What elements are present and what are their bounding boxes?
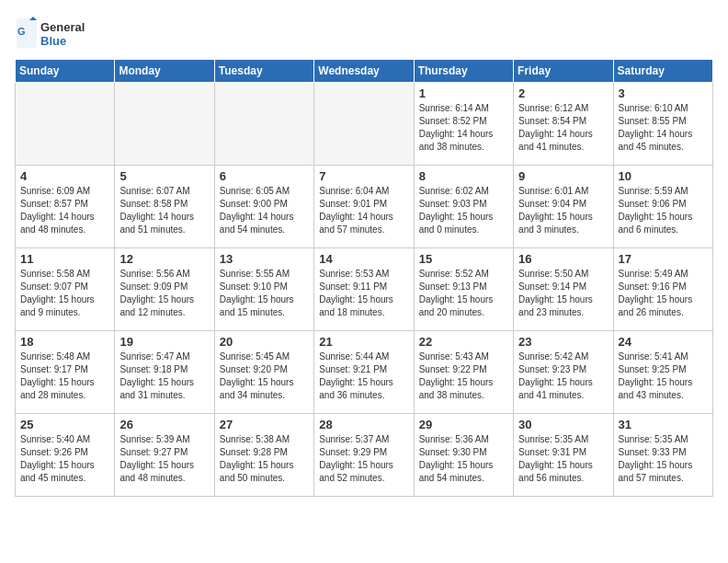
day-number: 13 bbox=[220, 252, 309, 266]
day-info: Sunrise: 6:05 AM Sunset: 9:00 PM Dayligh… bbox=[220, 185, 309, 236]
calendar-cell: 7Sunrise: 6:04 AM Sunset: 9:01 PM Daylig… bbox=[314, 166, 414, 248]
day-info: Sunrise: 5:55 AM Sunset: 9:10 PM Dayligh… bbox=[220, 268, 309, 319]
calendar-cell: 13Sunrise: 5:55 AM Sunset: 9:10 PM Dayli… bbox=[214, 248, 313, 331]
calendar-cell bbox=[214, 83, 313, 166]
day-info: Sunrise: 5:37 AM Sunset: 9:29 PM Dayligh… bbox=[319, 433, 408, 485]
day-number: 15 bbox=[419, 252, 508, 266]
day-number: 9 bbox=[518, 169, 608, 183]
col-header-saturday: Saturday bbox=[613, 60, 712, 83]
calendar-cell: 14Sunrise: 5:53 AM Sunset: 9:11 PM Dayli… bbox=[314, 248, 414, 331]
calendar-cell bbox=[115, 83, 214, 166]
day-number: 30 bbox=[518, 418, 608, 431]
day-number: 29 bbox=[419, 418, 508, 431]
calendar-cell: 12Sunrise: 5:56 AM Sunset: 9:09 PM Dayli… bbox=[115, 248, 214, 331]
calendar-cell: 5Sunrise: 6:07 AM Sunset: 8:58 PM Daylig… bbox=[115, 166, 214, 248]
day-info: Sunrise: 5:35 AM Sunset: 9:33 PM Dayligh… bbox=[619, 433, 708, 485]
day-info: Sunrise: 6:12 AM Sunset: 8:54 PM Dayligh… bbox=[518, 102, 608, 154]
calendar-cell: 29Sunrise: 5:36 AM Sunset: 9:30 PM Dayli… bbox=[414, 414, 513, 497]
calendar-cell: 21Sunrise: 5:44 AM Sunset: 9:21 PM Dayli… bbox=[314, 331, 414, 414]
day-number: 26 bbox=[119, 418, 209, 431]
day-number: 22 bbox=[419, 335, 508, 349]
col-header-thursday: Thursday bbox=[414, 60, 513, 83]
col-header-friday: Friday bbox=[514, 60, 613, 83]
day-number: 5 bbox=[119, 169, 209, 183]
calendar-cell: 31Sunrise: 5:35 AM Sunset: 9:33 PM Dayli… bbox=[613, 414, 712, 497]
day-info: Sunrise: 5:42 AM Sunset: 9:23 PM Dayligh… bbox=[518, 350, 608, 402]
calendar-cell: 11Sunrise: 5:58 AM Sunset: 9:07 PM Dayli… bbox=[16, 248, 115, 331]
calendar-cell: 3Sunrise: 6:10 AM Sunset: 8:55 PM Daylig… bbox=[613, 83, 712, 166]
day-number: 27 bbox=[220, 418, 309, 431]
calendar-cell: 2Sunrise: 6:12 AM Sunset: 8:54 PM Daylig… bbox=[514, 83, 613, 166]
day-info: Sunrise: 5:47 AM Sunset: 9:18 PM Dayligh… bbox=[119, 350, 209, 402]
day-number: 23 bbox=[518, 335, 608, 349]
calendar-cell: 27Sunrise: 5:38 AM Sunset: 9:28 PM Dayli… bbox=[214, 414, 313, 497]
week-row-3: 18Sunrise: 5:48 AM Sunset: 9:17 PM Dayli… bbox=[16, 331, 713, 414]
day-number: 2 bbox=[518, 86, 608, 100]
calendar-body: 1Sunrise: 6:14 AM Sunset: 8:52 PM Daylig… bbox=[16, 83, 713, 497]
day-info: Sunrise: 5:35 AM Sunset: 9:31 PM Dayligh… bbox=[518, 433, 608, 485]
week-row-0: 1Sunrise: 6:14 AM Sunset: 8:52 PM Daylig… bbox=[16, 83, 713, 166]
day-info: Sunrise: 5:49 AM Sunset: 9:16 PM Dayligh… bbox=[619, 268, 708, 319]
calendar-cell: 15Sunrise: 5:52 AM Sunset: 9:13 PM Dayli… bbox=[414, 248, 513, 331]
calendar-cell: 4Sunrise: 6:09 AM Sunset: 8:57 PM Daylig… bbox=[16, 166, 115, 248]
day-number: 3 bbox=[619, 86, 708, 100]
calendar-cell: 22Sunrise: 5:43 AM Sunset: 9:22 PM Dayli… bbox=[414, 331, 513, 414]
day-number: 6 bbox=[220, 169, 309, 183]
calendar-cell: 18Sunrise: 5:48 AM Sunset: 9:17 PM Dayli… bbox=[16, 331, 115, 414]
day-info: Sunrise: 5:52 AM Sunset: 9:13 PM Dayligh… bbox=[419, 268, 508, 319]
calendar-cell: 28Sunrise: 5:37 AM Sunset: 9:29 PM Dayli… bbox=[314, 414, 414, 497]
week-row-1: 4Sunrise: 6:09 AM Sunset: 8:57 PM Daylig… bbox=[16, 166, 713, 248]
col-header-sunday: Sunday bbox=[16, 60, 115, 83]
day-number: 20 bbox=[220, 335, 309, 349]
day-info: Sunrise: 6:01 AM Sunset: 9:04 PM Dayligh… bbox=[518, 185, 608, 236]
logo: General Blue G bbox=[15, 15, 107, 52]
calendar-cell: 8Sunrise: 6:02 AM Sunset: 9:03 PM Daylig… bbox=[414, 166, 513, 248]
day-info: Sunrise: 5:38 AM Sunset: 9:28 PM Dayligh… bbox=[220, 433, 309, 485]
page-header: General Blue G bbox=[15, 15, 713, 52]
calendar-cell bbox=[16, 83, 115, 166]
calendar-cell: 19Sunrise: 5:47 AM Sunset: 9:18 PM Dayli… bbox=[115, 331, 214, 414]
day-number: 24 bbox=[619, 335, 708, 349]
day-number: 17 bbox=[619, 252, 708, 266]
svg-text:Blue: Blue bbox=[40, 34, 66, 48]
day-info: Sunrise: 5:36 AM Sunset: 9:30 PM Dayligh… bbox=[419, 433, 508, 485]
day-number: 25 bbox=[20, 418, 109, 431]
week-row-2: 11Sunrise: 5:58 AM Sunset: 9:07 PM Dayli… bbox=[16, 248, 713, 331]
day-info: Sunrise: 6:04 AM Sunset: 9:01 PM Dayligh… bbox=[319, 185, 408, 236]
calendar-cell: 10Sunrise: 5:59 AM Sunset: 9:06 PM Dayli… bbox=[613, 166, 712, 248]
day-info: Sunrise: 5:40 AM Sunset: 9:26 PM Dayligh… bbox=[20, 433, 109, 485]
calendar-cell: 24Sunrise: 5:41 AM Sunset: 9:25 PM Dayli… bbox=[613, 331, 712, 414]
svg-text:General: General bbox=[40, 20, 85, 34]
day-info: Sunrise: 6:14 AM Sunset: 8:52 PM Dayligh… bbox=[419, 102, 508, 154]
calendar-cell: 1Sunrise: 6:14 AM Sunset: 8:52 PM Daylig… bbox=[414, 83, 513, 166]
calendar-cell: 26Sunrise: 5:39 AM Sunset: 9:27 PM Dayli… bbox=[115, 414, 214, 497]
day-number: 14 bbox=[319, 252, 408, 266]
day-info: Sunrise: 6:07 AM Sunset: 8:58 PM Dayligh… bbox=[119, 185, 209, 236]
day-info: Sunrise: 5:58 AM Sunset: 9:07 PM Dayligh… bbox=[20, 268, 109, 319]
day-info: Sunrise: 5:50 AM Sunset: 9:14 PM Dayligh… bbox=[518, 268, 608, 319]
day-number: 28 bbox=[319, 418, 408, 431]
week-row-4: 25Sunrise: 5:40 AM Sunset: 9:26 PM Dayli… bbox=[16, 414, 713, 497]
calendar-table: SundayMondayTuesdayWednesdayThursdayFrid… bbox=[15, 59, 713, 497]
day-number: 10 bbox=[619, 169, 708, 183]
day-number: 7 bbox=[319, 169, 408, 183]
day-info: Sunrise: 6:09 AM Sunset: 8:57 PM Dayligh… bbox=[20, 185, 109, 236]
day-number: 8 bbox=[419, 169, 508, 183]
day-number: 1 bbox=[419, 86, 508, 100]
day-number: 16 bbox=[518, 252, 608, 266]
col-header-monday: Monday bbox=[115, 60, 214, 83]
day-info: Sunrise: 5:59 AM Sunset: 9:06 PM Dayligh… bbox=[619, 185, 708, 236]
logo-svg: General Blue G bbox=[15, 15, 107, 52]
day-info: Sunrise: 5:44 AM Sunset: 9:21 PM Dayligh… bbox=[319, 350, 408, 402]
day-info: Sunrise: 5:56 AM Sunset: 9:09 PM Dayligh… bbox=[119, 268, 209, 319]
day-info: Sunrise: 5:41 AM Sunset: 9:25 PM Dayligh… bbox=[619, 350, 708, 402]
day-number: 21 bbox=[319, 335, 408, 349]
day-info: Sunrise: 5:39 AM Sunset: 9:27 PM Dayligh… bbox=[119, 433, 209, 485]
calendar-cell bbox=[314, 83, 414, 166]
calendar-cell: 17Sunrise: 5:49 AM Sunset: 9:16 PM Dayli… bbox=[613, 248, 712, 331]
day-number: 12 bbox=[119, 252, 209, 266]
day-info: Sunrise: 5:43 AM Sunset: 9:22 PM Dayligh… bbox=[419, 350, 508, 402]
day-info: Sunrise: 6:02 AM Sunset: 9:03 PM Dayligh… bbox=[419, 185, 508, 236]
calendar-header-row: SundayMondayTuesdayWednesdayThursdayFrid… bbox=[16, 60, 713, 83]
col-header-tuesday: Tuesday bbox=[214, 60, 313, 83]
